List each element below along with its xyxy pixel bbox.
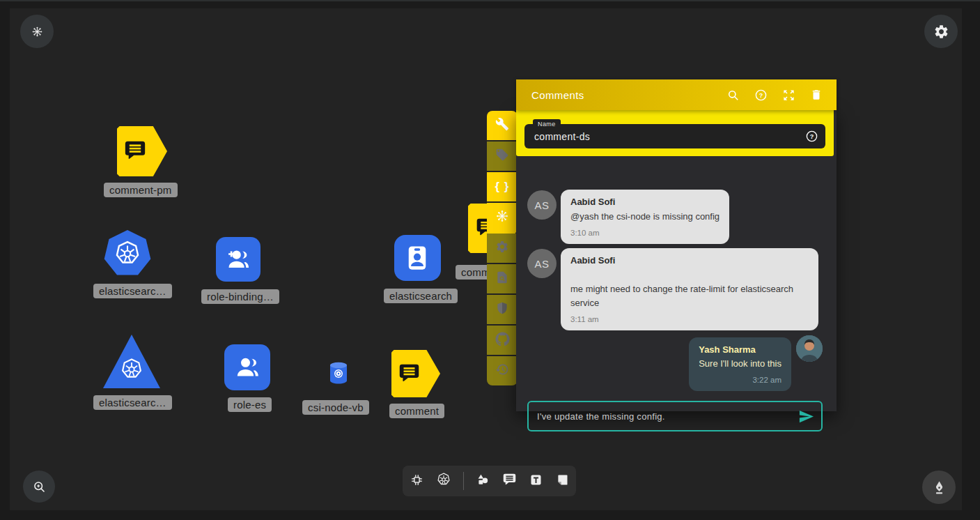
- node-action-toolbar: { }: [487, 111, 518, 385]
- node-role-es[interactable]: [224, 344, 270, 390]
- avatar: AS: [527, 190, 557, 220]
- avatar: AS: [527, 249, 557, 278]
- comment-icon: [502, 473, 517, 490]
- toolbar-tag-button[interactable]: [487, 142, 518, 171]
- node-label: elasticsearc…: [93, 395, 172, 410]
- message-author: Aabid Sofi: [570, 255, 809, 266]
- search-icon[interactable]: [726, 89, 740, 102]
- message-text: Sure I'll look into this: [699, 357, 781, 371]
- text-tool-icon: [529, 473, 543, 490]
- name-field: Name ?: [524, 124, 825, 148]
- comment-input[interactable]: [529, 411, 798, 422]
- note-tool[interactable]: [555, 473, 570, 490]
- message-author: Yash Sharma: [699, 344, 781, 355]
- text-tool[interactable]: [529, 473, 543, 490]
- help-icon[interactable]: ?: [754, 89, 768, 102]
- node-role-binding[interactable]: [216, 237, 260, 282]
- shapes-icon: [476, 473, 490, 490]
- toolbar-shield-button[interactable]: [487, 295, 518, 324]
- message-time: 3:11 am: [570, 315, 809, 323]
- message-text: me might need to change the rate-limit f…: [570, 282, 809, 310]
- toolbar-history-button[interactable]: [487, 356, 518, 385]
- github-icon: [495, 332, 510, 349]
- gear-icon: [933, 24, 949, 40]
- tag-icon: [495, 148, 509, 165]
- application-window: { "colors": { "canvas_bg": "#232323", "f…: [0, 0, 980, 520]
- trash-icon[interactable]: [810, 89, 823, 101]
- name-field-section: Name ?: [516, 110, 834, 156]
- component-tool[interactable]: [410, 473, 424, 490]
- comment-tool[interactable]: [502, 473, 517, 490]
- comments-panel: AS Aabid Sofi @yash the csi-node is miss…: [516, 79, 837, 411]
- node-label: role-binding…: [201, 289, 279, 304]
- node-label: elasticsearch: [384, 289, 458, 303]
- flower-icon: [31, 25, 44, 38]
- send-button[interactable]: [798, 408, 821, 425]
- braces-icon: { }: [495, 180, 510, 194]
- pen-nib-icon: [931, 480, 947, 496]
- zoom-button[interactable]: [23, 471, 55, 503]
- note-icon: [555, 473, 570, 490]
- comments-panel-header[interactable]: Comments ?: [516, 79, 837, 110]
- expand-icon[interactable]: [782, 89, 795, 102]
- node-label: comment: [389, 404, 444, 418]
- node-label: role-es: [228, 397, 272, 412]
- message-author: Aabid Sofi: [570, 197, 720, 207]
- toolbar-settings-button[interactable]: [487, 234, 518, 263]
- toolbar-github-button[interactable]: [487, 326, 518, 355]
- send-icon: [798, 408, 814, 425]
- toolbar-doc-search-button[interactable]: [487, 264, 518, 293]
- panel-title: Comments: [516, 89, 584, 101]
- kubernetes-tool[interactable]: [436, 472, 451, 490]
- doc-search-icon: [495, 270, 509, 287]
- toolbar-configure-button[interactable]: [487, 111, 518, 140]
- svg-text:?: ?: [810, 133, 814, 140]
- node-csi-node-vb[interactable]: [328, 361, 349, 385]
- help-icon[interactable]: ?: [805, 130, 818, 143]
- kubernetes-icon: [436, 472, 451, 490]
- svg-text:?: ?: [759, 91, 763, 98]
- message-time: 3:10 am: [570, 229, 720, 237]
- node-label: elasticsearc…: [93, 284, 172, 298]
- node-elasticsearch-serviceaccount[interactable]: [394, 235, 441, 281]
- wrench-icon: [495, 117, 509, 134]
- toolbar-json-button[interactable]: { }: [487, 172, 518, 201]
- shape-palette-toolbar: [403, 466, 576, 496]
- history-icon: [495, 362, 509, 379]
- message-bubble: Yash Sharma Sure I'll look into this 3:2…: [689, 337, 791, 391]
- name-field-label: Name: [533, 119, 561, 129]
- zoom-in-icon: [32, 480, 47, 494]
- kubernetes-icon: [495, 208, 510, 227]
- shapes-tool[interactable]: [476, 473, 490, 490]
- message-bubble: Aabid Sofi me might need to change the r…: [561, 248, 818, 330]
- gear-icon: [495, 240, 509, 257]
- app-menu-button[interactable]: [20, 15, 54, 48]
- node-label: comment-pm: [104, 183, 178, 197]
- shield-icon: [495, 301, 509, 318]
- avatar-photo: [796, 335, 823, 362]
- component-icon: [410, 473, 424, 490]
- pen-tool-button[interactable]: [922, 471, 956, 504]
- message-time: 3:22 am: [699, 376, 781, 384]
- message-text: @yash the csi-node is missing config: [570, 210, 720, 224]
- comment-composer: [527, 401, 823, 431]
- message-bubble: Aabid Sofi @yash the csi-node is missing…: [561, 190, 729, 244]
- name-input[interactable]: [524, 131, 805, 142]
- toolbar-divider: [463, 472, 464, 490]
- toolbar-kubernetes-button[interactable]: [487, 203, 518, 232]
- settings-button[interactable]: [924, 15, 958, 48]
- node-label: csi-node-vb: [302, 400, 369, 415]
